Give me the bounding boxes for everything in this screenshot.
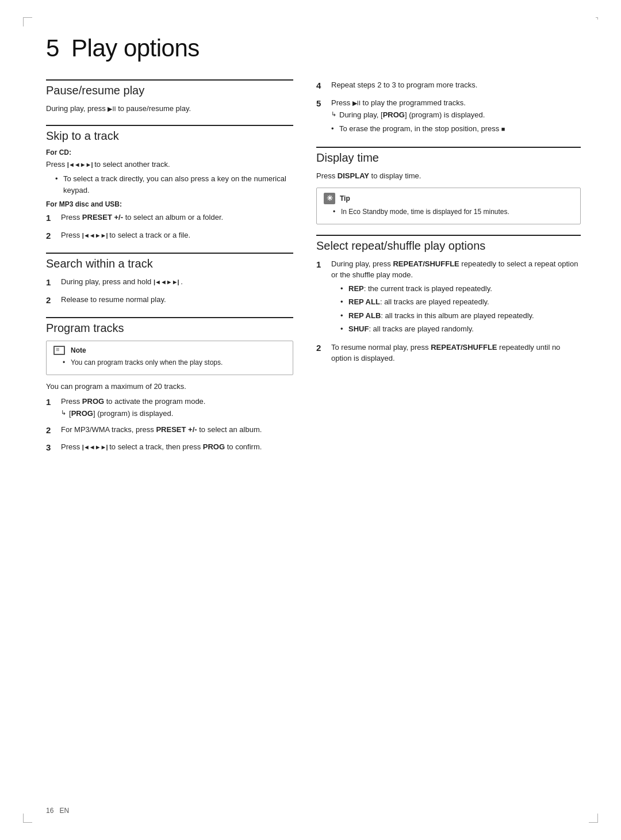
play-pause-icon-2: ▶II bbox=[352, 100, 361, 106]
skip-step-2: Press |◄◄►►| to select a track or a file… bbox=[46, 230, 293, 243]
section-program-tracks: Program tracks bbox=[46, 317, 293, 335]
program-intro: You can program a maximum of 20 tracks. bbox=[46, 381, 293, 392]
erase-bullet: To erase the program, in the stop positi… bbox=[331, 123, 581, 135]
play-pause-icon: ▶II bbox=[108, 105, 116, 112]
note-bullets: You can program tracks only when the pla… bbox=[63, 357, 286, 368]
for-cd-label: For CD: bbox=[46, 148, 293, 156]
note-label: Note bbox=[71, 346, 86, 354]
rep-alb-bullet: REP ALB: all tracks in this album are pl… bbox=[340, 310, 581, 322]
skip-step-1: Press PRESET +/- to select an album or a… bbox=[46, 212, 293, 225]
arrow-note-1: [PROG] (program) is displayed. bbox=[61, 408, 293, 419]
erase-bullets: To erase the program, in the stop positi… bbox=[331, 123, 581, 135]
right-column: Repeat steps 2 to 3 to program more trac… bbox=[316, 79, 581, 459]
program-step-3: Press |◄◄►►| to select a track, then pre… bbox=[46, 441, 293, 455]
pause-resume-body: During play, press ▶II to pause/resume p… bbox=[46, 103, 293, 114]
section-pause-resume: Pause/resume play bbox=[46, 79, 293, 97]
skip-icon-4: |◄◄►►| bbox=[82, 444, 108, 450]
repeat-shuffle-steps: During play, press REPEAT/SHUFFLE repeat… bbox=[316, 258, 581, 364]
for-cd-bullet: To select a track directly, you can also… bbox=[55, 173, 293, 196]
skip-track-steps: Press PRESET +/- to select an album or a… bbox=[46, 212, 293, 242]
tip-header: ✳ Tip bbox=[324, 193, 573, 204]
program-step-1: Press PROG to activate the program mode.… bbox=[46, 396, 293, 419]
section-search-track: Search within a track bbox=[46, 253, 293, 270]
chapter-title-text: Play options bbox=[71, 35, 200, 62]
arrow-note-2: During play, [PROG] (program) is display… bbox=[331, 109, 581, 121]
repeat-bullets: REP: the current track is played repeate… bbox=[340, 283, 581, 335]
section-display-time: Display time bbox=[316, 147, 581, 165]
page-number: 16 bbox=[46, 807, 53, 815]
rep-bullet: REP: the current track is played repeate… bbox=[340, 283, 581, 295]
tip-bullets: In Eco Standby mode, time is displayed f… bbox=[333, 207, 573, 217]
skip-icon-3: |◄◄►►| bbox=[154, 278, 179, 285]
stop-icon: ■ bbox=[501, 125, 505, 132]
chapter-title: 5 Play options bbox=[46, 35, 581, 62]
rep-all-bullet: REP ALL: all tracks are played repeatedl… bbox=[340, 296, 581, 308]
for-mp3-label: For MP3 disc and USB: bbox=[46, 200, 293, 208]
chapter-number: 5 bbox=[46, 35, 59, 62]
repeat-step-1: During play, press REPEAT/SHUFFLE repeat… bbox=[316, 258, 581, 337]
note-icon bbox=[53, 346, 65, 355]
note-box: Note You can program tracks only when th… bbox=[46, 341, 293, 375]
section-repeat-shuffle: Select repeat/shuffle play options bbox=[316, 235, 581, 253]
tip-box: ✳ Tip In Eco Standby mode, time is displ… bbox=[316, 188, 581, 224]
search-step-2: Release to resume normal play. bbox=[46, 294, 293, 307]
program-step-2: For MP3/WMA tracks, press PRESET +/- to … bbox=[46, 424, 293, 437]
tip-bullet: In Eco Standby mode, time is displayed f… bbox=[333, 207, 573, 217]
for-cd-body: Press |◄◄►►| to select another track. bbox=[46, 159, 293, 170]
search-step-1: During play, press and hold |◄◄►►| . bbox=[46, 276, 293, 289]
search-track-steps: During play, press and hold |◄◄►►| . Rel… bbox=[46, 276, 293, 307]
left-column: Pause/resume play During play, press ▶II… bbox=[46, 79, 293, 459]
program-step-4: Repeat steps 2 to 3 to program more trac… bbox=[316, 79, 581, 93]
skip-icon: |◄◄►►| bbox=[67, 161, 93, 168]
section-skip-track: Skip to a track bbox=[46, 125, 293, 143]
program-steps: Press PROG to activate the program mode.… bbox=[46, 396, 293, 455]
skip-icon-2: |◄◄►►| bbox=[82, 232, 108, 239]
page-lang: EN bbox=[59, 807, 69, 815]
shuf-bullet: SHUF: all tracks are played randomly. bbox=[340, 323, 581, 335]
repeat-step-2: To resume normal play, press REPEAT/SHUF… bbox=[316, 342, 581, 364]
program-step-5: Press ▶II to play the programmed tracks.… bbox=[316, 97, 581, 137]
note-bullet: You can program tracks only when the pla… bbox=[63, 357, 286, 368]
page-footer: 16 EN bbox=[46, 807, 69, 815]
tip-icon: ✳ bbox=[324, 193, 335, 204]
for-cd-bullets: To select a track directly, you can also… bbox=[55, 173, 293, 196]
program-steps-continued: Repeat steps 2 to 3 to program more trac… bbox=[316, 79, 581, 136]
tip-label: Tip bbox=[340, 194, 350, 203]
note-header: Note bbox=[53, 346, 286, 355]
display-time-body: Press DISPLAY to display time. bbox=[316, 170, 581, 182]
